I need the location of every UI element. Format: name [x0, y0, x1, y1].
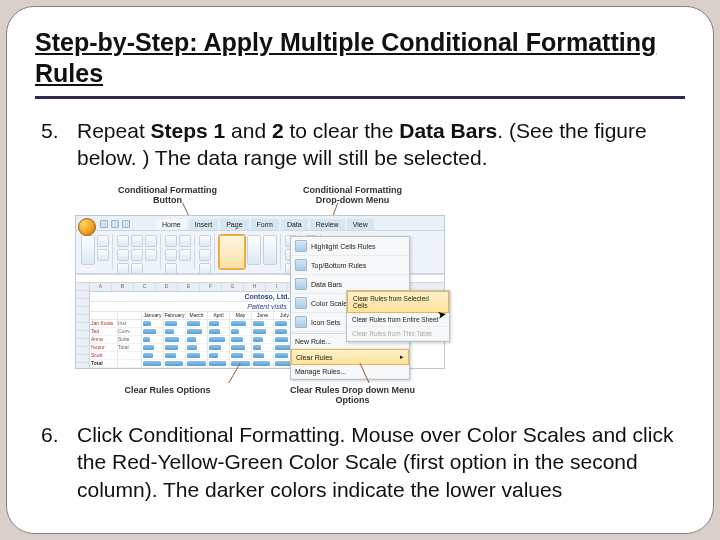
steps-list: 5. Repeat Steps 1 and 2 to clear the Dat…: [41, 117, 685, 172]
slide: Step-by-Step: Apply Multiple Conditional…: [6, 6, 714, 534]
clear-rules-submenu: Clear Rules from Selected Cells Clear Ru…: [346, 290, 450, 342]
excel-window: Home Insert Page Form Data Review View: [75, 215, 445, 369]
colorscales-icon: [295, 297, 307, 309]
row-headers: [76, 283, 90, 368]
step-number: 5.: [41, 117, 63, 172]
tab-view: View: [347, 219, 374, 230]
tab-data: Data: [281, 219, 308, 230]
rule-icon: [295, 259, 307, 271]
rule-icon: [295, 240, 307, 252]
figure: Conditional Formatting Button Conditiona…: [75, 185, 445, 405]
menu-item: Top/Bottom Rules: [291, 256, 409, 275]
steps-list-continued: 6. Click Conditional Formatting. Mouse o…: [41, 421, 685, 503]
tab-form: Form: [251, 219, 279, 230]
page-title: Step-by-Step: Apply Multiple Conditional…: [35, 27, 685, 99]
callout-bottom-row: Clear Rules Options Clear Rules Drop dow…: [75, 385, 445, 405]
menu-item: Highlight Cells Rules: [291, 237, 409, 256]
submenu-item: Clear Rules from Entire Sheet: [347, 313, 449, 327]
submenu-item: Clear Rules from Selected Cells: [347, 291, 449, 313]
chevron-right-icon: ▸: [400, 353, 404, 361]
conditional-formatting-button: [219, 235, 245, 269]
callout-top-row: Conditional Formatting Button Conditiona…: [75, 185, 445, 205]
ribbon-tabs: Home Insert Page Form Data Review View: [156, 216, 444, 230]
step-body: Click Conditional Formatting. Mouse over…: [77, 421, 685, 503]
databars-icon: [295, 278, 307, 290]
tab-review: Review: [310, 219, 345, 230]
iconsets-icon: [295, 316, 307, 328]
step-6: 6. Click Conditional Formatting. Mouse o…: [41, 421, 685, 503]
step-5: 5. Repeat Steps 1 and 2 to clear the Dat…: [41, 117, 685, 172]
step-body: Repeat Steps 1 and 2 to clear the Data B…: [77, 117, 685, 172]
tab-home: Home: [156, 219, 187, 230]
callout-bottom-right: Clear Rules Drop down Menu Options: [283, 385, 423, 405]
office-button-icon: [78, 218, 96, 236]
tab-insert: Insert: [189, 219, 219, 230]
tab-page: Page: [220, 219, 248, 230]
step-number: 6.: [41, 421, 63, 503]
submenu-item: Clear Rules from This Table: [347, 327, 449, 341]
quick-access-toolbar: [100, 220, 130, 228]
callout-bottom-left: Clear Rules Options: [98, 385, 238, 405]
